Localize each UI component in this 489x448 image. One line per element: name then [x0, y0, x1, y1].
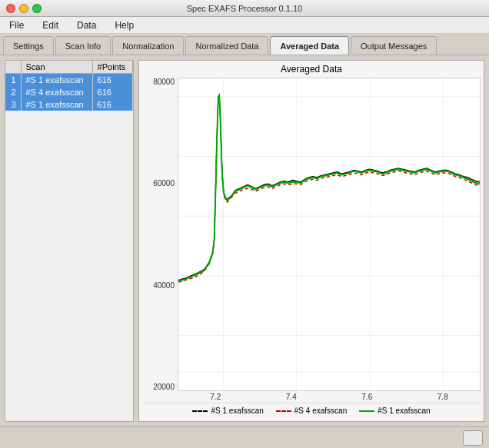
chart-svg — [178, 78, 480, 390]
row-points: 616 — [92, 86, 132, 98]
legend: #S 1 exafsscan #S 4 exafsscan #S 1 exafs… — [142, 403, 481, 418]
x-label-74: 7.4 — [286, 393, 297, 401]
tab-scan-info[interactable]: Scan Info — [55, 36, 111, 55]
close-button[interactable] — [6, 4, 15, 13]
maximize-button[interactable] — [32, 4, 42, 13]
col-scan: Scan — [21, 61, 92, 74]
table-row[interactable]: 3 #S 1 exafsscan 616 — [5, 98, 133, 111]
y-label-60k: 60000 — [153, 179, 175, 187]
tab-averaged-data[interactable]: Averaged Data — [270, 36, 349, 55]
chart-title: Averaged Data — [142, 64, 481, 75]
row-num: 2 — [5, 86, 21, 98]
row-scan: #S 1 exafsscan — [21, 98, 92, 111]
legend-item-3: #S 1 exafsscan — [359, 407, 430, 415]
legend-label-3: #S 1 exafsscan — [378, 407, 430, 415]
y-axis: 80000 60000 40000 20000 — [142, 78, 178, 391]
bottom-bar — [0, 426, 489, 448]
row-scan: #S 1 exafsscan — [21, 74, 92, 87]
row-num: 3 — [5, 98, 21, 111]
x-label-72: 7.2 — [210, 393, 221, 401]
tab-output-messages[interactable]: Output Messages — [351, 36, 437, 55]
legend-line-red — [276, 410, 291, 412]
titlebar: Spec EXAFS Processor 0.1.10 — [0, 0, 489, 17]
x-axis: 7.2 7.4 7.6 7.8 — [142, 393, 481, 401]
legend-label-2: #S 4 exafsscan — [294, 407, 347, 415]
chart-plot — [178, 78, 481, 391]
y-label-80k: 80000 — [153, 78, 175, 86]
menu-data[interactable]: Data — [74, 18, 99, 32]
legend-label-1: #S 1 exafsscan — [211, 407, 263, 415]
row-points: 616 — [92, 74, 132, 87]
tab-normalized-data[interactable]: Normalized Data — [185, 36, 268, 55]
table-row[interactable]: 2 #S 4 exafsscan 616 — [5, 86, 133, 98]
row-scan: #S 4 exafsscan — [21, 86, 92, 98]
tabbar: Settings Scan Info Normalization Normali… — [0, 34, 489, 55]
bottom-button[interactable] — [463, 430, 483, 446]
x-label-76: 7.6 — [361, 393, 372, 401]
legend-line-green — [359, 410, 374, 412]
menu-edit[interactable]: Edit — [39, 18, 62, 32]
row-points: 616 — [92, 98, 132, 111]
menu-file[interactable]: File — [6, 18, 27, 32]
col-num — [5, 61, 21, 74]
window-title: Spec EXAFS Processor 0.1.10 — [187, 4, 302, 13]
scan-panel: Scan #Points 1 #S 1 exafsscan 616 2 #S 4… — [5, 60, 134, 422]
row-num: 1 — [5, 74, 21, 87]
menu-help[interactable]: Help — [111, 18, 137, 32]
chart-area: Averaged Data 80000 60000 40000 20000 — [138, 60, 484, 422]
legend-line-black — [192, 410, 208, 412]
window-controls — [6, 4, 42, 13]
menubar: File Edit Data Help — [0, 17, 489, 34]
scan-table: Scan #Points 1 #S 1 exafsscan 616 2 #S 4… — [5, 61, 133, 111]
minimize-button[interactable] — [19, 4, 28, 13]
table-row[interactable]: 1 #S 1 exafsscan 616 — [5, 74, 133, 87]
legend-item-2: #S 4 exafsscan — [276, 407, 347, 415]
tab-settings[interactable]: Settings — [3, 36, 54, 55]
y-label-20k: 20000 — [153, 383, 175, 391]
x-label-78: 7.8 — [437, 393, 448, 401]
y-label-40k: 40000 — [153, 281, 175, 290]
legend-item-1: #S 1 exafsscan — [192, 407, 263, 415]
tab-normalization[interactable]: Normalization — [112, 36, 184, 55]
col-points: #Points — [92, 61, 132, 74]
main-content: Scan #Points 1 #S 1 exafsscan 616 2 #S 4… — [0, 55, 489, 426]
chart-container: 80000 60000 40000 20000 — [142, 78, 481, 391]
